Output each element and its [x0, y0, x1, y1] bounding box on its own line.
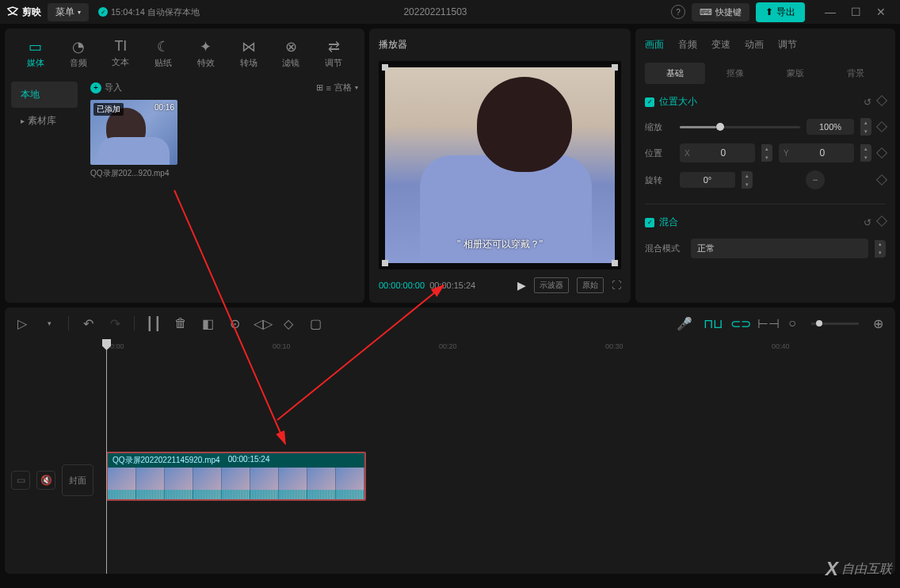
watermark-logo: X — [826, 558, 838, 580]
reset-icon[interactable]: ↺ — [864, 97, 871, 108]
crop-left-tool[interactable]: ◧ — [200, 316, 215, 331]
mirror-tool[interactable]: ◁▷ — [254, 316, 269, 331]
current-time: 00:00:00:00 — [379, 281, 425, 290]
help-icon[interactable]: ? — [671, 5, 685, 19]
chevron-down-icon[interactable]: ▾ — [41, 319, 57, 327]
cover-button[interactable]: 封面 — [62, 464, 93, 496]
reset-icon[interactable]: ↺ — [864, 217, 871, 228]
crop-tool[interactable]: ▢ — [307, 316, 323, 331]
check-icon[interactable]: ✓ — [645, 97, 654, 107]
zoom-slider[interactable] — [811, 323, 859, 325]
zoom-in-icon[interactable]: ⊕ — [870, 316, 886, 331]
original-button[interactable]: 原始 — [577, 277, 604, 293]
resize-handle-br[interactable] — [612, 260, 618, 266]
video-subtitle: " 相册还可以穿戴？" — [385, 238, 615, 251]
playhead[interactable] — [106, 339, 107, 574]
x-stepper[interactable]: ▴▾ — [761, 144, 772, 162]
fullscreen-icon[interactable]: ⛶ — [612, 280, 621, 291]
track-visibility-button[interactable]: ▭ — [11, 471, 30, 490]
keyboard-icon: ⌨ — [700, 7, 712, 17]
media-thumbnail[interactable]: 已添加 00:16 QQ录屏202...920.mp4 — [90, 100, 177, 179]
audio-icon: ◔ — [57, 38, 100, 55]
video-clip[interactable]: QQ录屏20220221145920.mp4 00:00:15:24 — [106, 452, 366, 501]
resize-handle-bl[interactable] — [382, 260, 388, 266]
menu-button[interactable]: 菜单 ▾ — [48, 3, 89, 21]
shortcut-label: 快捷键 — [715, 6, 742, 18]
props-tab-picture[interactable]: 画面 — [645, 38, 664, 55]
split-tool[interactable]: ┃┃ — [146, 316, 162, 331]
resize-handle-tr[interactable] — [612, 64, 618, 71]
ruler-mark: 00:30 — [605, 342, 624, 350]
keyframe-icon[interactable] — [876, 174, 887, 185]
rotation-input[interactable]: 0° — [680, 172, 735, 188]
player-panel: 播放器 " 相册还可以穿戴？" 00:00:00:00 00:00:15:24 … — [369, 29, 631, 303]
props-tab-adjust[interactable]: 调节 — [778, 38, 797, 55]
resize-handle-tl[interactable] — [382, 64, 388, 71]
position-y-input[interactable]: Y 0 — [779, 143, 854, 162]
maximize-button[interactable]: ☐ — [843, 1, 868, 23]
y-stepper[interactable]: ▴▾ — [860, 144, 871, 162]
mic-icon[interactable]: 🎤 — [677, 316, 692, 331]
keyframe-icon[interactable] — [876, 94, 887, 105]
props-tab-animation[interactable]: 动画 — [745, 38, 764, 55]
keyframe-icon[interactable] — [876, 147, 887, 158]
delete-tool[interactable]: 🗑 — [173, 316, 189, 330]
tab-audio[interactable]: ◔音频 — [57, 35, 100, 72]
select-tool[interactable]: ▷ — [14, 316, 30, 331]
preview-icon[interactable]: ⊢⊣ — [757, 316, 773, 331]
blend-mode-dropdown[interactable]: 正常 — [691, 239, 868, 258]
arrow-right-icon: ▸ — [21, 116, 25, 125]
rotate-tool[interactable]: ◇ — [280, 316, 296, 331]
import-button[interactable]: + 导入 — [90, 82, 122, 94]
link-icon[interactable]: ⊂⊃ — [730, 316, 746, 331]
tab-effect[interactable]: ✦特效 — [185, 35, 227, 72]
minimize-button[interactable]: — — [818, 1, 843, 23]
freeze-tool[interactable]: ⊙ — [227, 316, 242, 331]
zoom-out-icon[interactable]: ○ — [784, 316, 800, 330]
track-mute-button[interactable]: 🔇 — [36, 471, 55, 490]
thumbnail-filename: QQ录屏202...920.mp4 — [90, 168, 177, 179]
timeline-ruler[interactable]: 00:00 00:10 00:20 00:30 00:40 — [5, 339, 895, 355]
sidebar-item-local[interactable]: 本地 — [11, 82, 78, 108]
check-icon[interactable]: ✓ — [645, 218, 654, 227]
subtab-mask[interactable]: 蒙版 — [765, 63, 826, 84]
chevron-down-icon: ▾ — [355, 84, 358, 91]
view-options[interactable]: ⊞ ≡ 宫格 ▾ — [316, 82, 358, 94]
scale-slider[interactable] — [680, 126, 800, 128]
subtab-background[interactable]: 背景 — [826, 63, 886, 84]
subtab-cutout[interactable]: 抠像 — [705, 63, 765, 84]
tab-adjust[interactable]: ⇄调节 — [312, 35, 355, 72]
video-preview[interactable]: " 相册还可以穿戴？" — [379, 61, 621, 269]
rotation-stepper[interactable]: ▴▾ — [742, 171, 753, 189]
tab-filter[interactable]: ⊗滤镜 — [270, 35, 313, 72]
position-section-header: ✓ 位置大小 ↺ — [645, 95, 886, 109]
props-tab-audio[interactable]: 音频 — [678, 38, 697, 55]
tab-text[interactable]: TI文本 — [100, 35, 143, 72]
keyframe-icon[interactable] — [876, 215, 887, 226]
grid-icon: ⊞ — [316, 82, 323, 93]
close-button[interactable]: ✕ — [868, 1, 894, 23]
scale-stepper[interactable]: ▴▾ — [860, 118, 871, 136]
export-button[interactable]: ⬆ 导出 — [756, 2, 805, 22]
sidebar-item-library[interactable]: ▸素材库 — [11, 108, 78, 134]
keyframe-icon[interactable] — [876, 121, 887, 132]
scale-input[interactable]: 100% — [807, 119, 854, 135]
magnet-on-icon[interactable]: ⊓⊔ — [704, 316, 719, 331]
tab-transition[interactable]: ⋈转场 — [227, 35, 270, 72]
tab-sticker[interactable]: ☾贴纸 — [142, 35, 185, 72]
subtab-basic[interactable]: 基础 — [645, 63, 705, 84]
shortcut-button[interactable]: ⌨ 快捷键 — [692, 3, 749, 21]
zoom-thumb[interactable] — [816, 320, 822, 326]
props-tab-speed[interactable]: 变速 — [711, 38, 730, 55]
scope-button[interactable]: 示波器 — [534, 277, 569, 293]
blend-mode-label: 混合模式 — [645, 242, 685, 254]
rotation-dial[interactable]: − — [806, 170, 825, 189]
position-x-input[interactable]: X 0 — [680, 143, 755, 162]
slider-thumb[interactable] — [716, 123, 724, 131]
play-button[interactable]: ▶ — [517, 279, 526, 292]
app-name: 剪映 — [22, 6, 41, 19]
tab-media[interactable]: ▭媒体 — [14, 35, 57, 72]
blend-stepper[interactable]: ▴▾ — [875, 240, 886, 258]
undo-button[interactable]: ↶ — [80, 316, 96, 331]
redo-button[interactable]: ↷ — [107, 316, 123, 331]
